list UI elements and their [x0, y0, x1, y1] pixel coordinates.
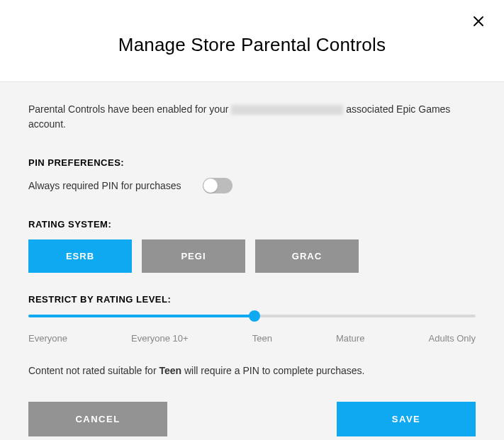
restriction-level: Teen [159, 365, 181, 376]
modal-content: Parental Controls have been enabled for … [0, 81, 504, 440]
restriction-prefix: Content not rated suitable for [28, 365, 159, 376]
modal-title: Manage Store Parental Controls [0, 34, 504, 56]
pin-section-label: PIN PREFERENCES: [28, 157, 476, 168]
pin-preference-row: Always required PIN for purchases [28, 178, 476, 193]
close-icon [472, 15, 485, 28]
rating-btn-grac[interactable]: GRAC [255, 239, 359, 273]
slider-track [28, 315, 476, 317]
slider-fill [28, 315, 254, 317]
restriction-suffix: will require a PIN to complete purchases… [181, 365, 364, 376]
rating-slider[interactable] [28, 315, 476, 317]
action-buttons: CANCEL SAVE [28, 402, 476, 436]
slider-label-everyone: Everyone [28, 333, 67, 344]
intro-text: Parental Controls have been enabled for … [28, 102, 476, 132]
slider-label-teen: Teen [252, 333, 272, 344]
slider-label-mature: Mature [336, 333, 364, 344]
rating-btn-pegi[interactable]: PEGI [142, 239, 245, 273]
slider-label-adultsonly: Adults Only [429, 333, 476, 344]
restrict-section-label: RESTRICT BY RATING LEVEL: [28, 294, 476, 305]
save-button[interactable]: SAVE [337, 402, 476, 436]
rating-system-label: RATING SYSTEM: [28, 219, 476, 230]
parental-controls-modal: Manage Store Parental Controls Parental … [0, 0, 504, 440]
redacted-email [231, 105, 343, 115]
rating-system-buttons: ESRB PEGI GRAC [28, 239, 476, 273]
rating-btn-esrb[interactable]: ESRB [28, 239, 132, 273]
intro-prefix: Parental Controls have been enabled for … [28, 103, 231, 115]
restriction-description: Content not rated suitable for Teen will… [28, 365, 476, 376]
slider-thumb[interactable] [249, 310, 260, 322]
slider-labels: Everyone Everyone 10+ Teen Mature Adults… [28, 333, 476, 344]
pin-toggle[interactable] [203, 178, 233, 193]
modal-header: Manage Store Parental Controls [0, 0, 504, 81]
pin-toggle-label: Always required PIN for purchases [28, 180, 181, 191]
slider-label-everyone10: Everyone 10+ [131, 333, 189, 344]
cancel-button[interactable]: CANCEL [28, 402, 167, 436]
toggle-knob [203, 179, 218, 193]
close-button[interactable] [470, 13, 487, 30]
